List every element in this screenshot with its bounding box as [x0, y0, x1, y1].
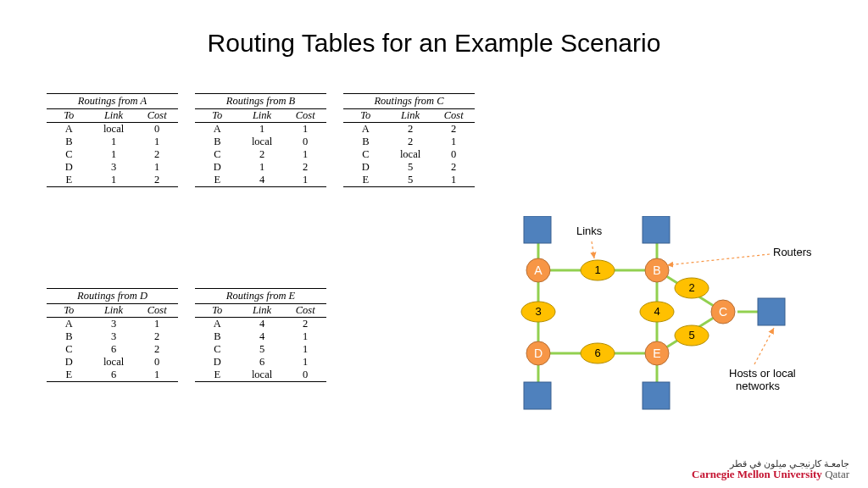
link-label: 6 — [594, 347, 600, 359]
cell-to: C — [195, 343, 240, 356]
footer-suffix: Qatar — [822, 468, 849, 480]
table-row: Clocal0 — [343, 148, 475, 161]
cell-to: A — [47, 123, 92, 136]
col-to: To — [343, 109, 388, 122]
col-link: Link — [240, 109, 285, 122]
table-row: Elocal0 — [195, 369, 326, 381]
cell-to: B — [47, 136, 92, 148]
cell-cost: 2 — [432, 161, 475, 174]
cell-to: E — [343, 174, 388, 186]
links-label: Links — [576, 225, 603, 237]
cell-link: 1 — [240, 123, 285, 136]
cell-cost: 0 — [284, 369, 326, 381]
callout-arrows — [592, 241, 774, 364]
col-cost: Cost — [284, 304, 326, 317]
cell-link: 1 — [240, 161, 285, 174]
cell-link: local — [92, 356, 136, 369]
cell-cost: 1 — [136, 318, 178, 330]
col-link: Link — [240, 304, 285, 317]
svg-line-12 — [667, 254, 770, 265]
cell-to: E — [47, 369, 92, 381]
cell-cost: 1 — [432, 136, 475, 148]
table-caption: Routings from C — [343, 94, 475, 109]
routing-table-d: Routings from D To Link Cost A31B32C62Dl… — [47, 288, 178, 382]
table-row: E41 — [195, 174, 326, 186]
cell-cost: 1 — [284, 356, 326, 369]
table-row: A31 — [47, 318, 178, 330]
cell-to: A — [195, 318, 240, 330]
cell-to: A — [47, 318, 92, 330]
cell-to: C — [47, 148, 92, 161]
cell-link: 2 — [388, 136, 433, 148]
link-label: 4 — [654, 305, 659, 318]
table-row: Blocal0 — [195, 136, 326, 148]
cell-cost: 1 — [136, 136, 178, 148]
col-to: To — [47, 304, 92, 317]
col-cost: Cost — [136, 304, 178, 317]
cell-to: B — [47, 330, 92, 343]
cell-to: D — [195, 161, 240, 174]
cell-to: D — [47, 161, 92, 174]
cell-link: 5 — [388, 174, 433, 186]
footer-logo: جامعـة كارنيجـي ميلون في قطر Carnegie Me… — [692, 459, 849, 480]
cell-cost: 1 — [284, 343, 326, 356]
col-cost: Cost — [284, 109, 326, 122]
host-icon — [643, 382, 670, 409]
table-row: Alocal0 — [47, 123, 178, 136]
table-row: Dlocal0 — [47, 356, 178, 369]
table-row: C21 — [195, 148, 326, 161]
cell-link: 6 — [92, 369, 136, 381]
svg-line-11 — [592, 241, 594, 258]
table-row: C12 — [47, 148, 178, 161]
table-row: C62 — [47, 343, 178, 356]
host-icon — [758, 298, 785, 325]
cell-to: B — [195, 136, 240, 148]
router-label: B — [653, 263, 660, 277]
table-caption: Routings from D — [47, 289, 178, 304]
cell-to: B — [195, 330, 240, 343]
cell-link: 1 — [92, 174, 136, 186]
svg-line-13 — [754, 328, 774, 364]
cell-cost: 1 — [284, 123, 326, 136]
cell-cost: 2 — [284, 318, 326, 330]
table-row: D61 — [195, 356, 326, 369]
cell-to: E — [47, 174, 92, 186]
cell-link: 6 — [92, 343, 136, 356]
routing-table-e: Routings from E To Link Cost A42B41C51D6… — [195, 288, 326, 382]
cell-link: local — [240, 369, 285, 381]
cell-link: 2 — [240, 148, 285, 161]
table-row: E51 — [343, 174, 475, 186]
cell-link: 2 — [388, 123, 433, 136]
table-row: C51 — [195, 343, 326, 356]
cell-to: D — [343, 161, 388, 174]
col-to: To — [47, 109, 92, 122]
cell-link: 4 — [240, 174, 285, 186]
routing-table-b: Routings from B To Link Cost A11Blocal0C… — [195, 93, 326, 187]
routing-table-c: Routings from C To Link Cost A22B21Cloca… — [343, 93, 475, 187]
cell-link: 3 — [92, 330, 136, 343]
host-icon — [524, 216, 551, 243]
cell-cost: 2 — [136, 174, 178, 186]
col-cost: Cost — [136, 109, 178, 122]
cell-to: D — [47, 356, 92, 369]
col-link: Link — [92, 109, 136, 122]
cell-cost: 1 — [284, 174, 326, 186]
table-row: E12 — [47, 174, 178, 186]
cell-link: 5 — [240, 343, 285, 356]
links: 1 2 3 4 5 6 — [521, 260, 709, 363]
col-cost: Cost — [432, 109, 475, 122]
table-row: A42 — [195, 318, 326, 330]
cell-link: 6 — [240, 356, 285, 369]
footer-english: Carnegie Mellon University — [692, 468, 822, 480]
cell-to: A — [195, 123, 240, 136]
cell-link: 1 — [92, 136, 136, 148]
table-row: B21 — [343, 136, 475, 148]
cell-cost: 0 — [432, 148, 475, 161]
cell-cost: 2 — [136, 343, 178, 356]
cell-to: A — [343, 123, 388, 136]
cell-cost: 1 — [432, 174, 475, 186]
cell-link: 5 — [388, 161, 433, 174]
table-row: D31 — [47, 161, 178, 174]
table-caption: Routings from B — [195, 94, 326, 109]
network-diagram: A B C D E 1 2 3 4 5 6 — [483, 216, 839, 411]
